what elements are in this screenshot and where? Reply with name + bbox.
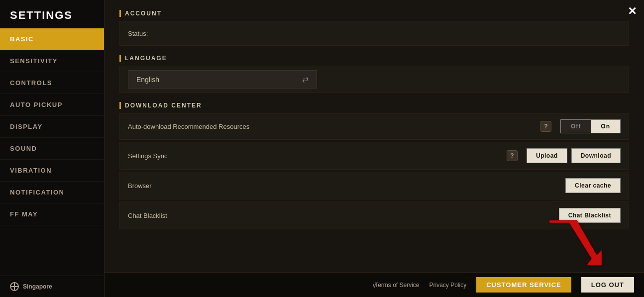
- auto-download-label: Auto-download Recommended Resources: [128, 123, 540, 130]
- terms-of-service-link[interactable]: Terms of Service: [375, 282, 419, 289]
- sidebar-footer: Singapore: [0, 276, 104, 297]
- language-section-title: LANGUAGE: [119, 55, 629, 62]
- chat-blacklist-controls: Chat Blacklist: [559, 208, 621, 223]
- sidebar-item-display[interactable]: DISPLAY: [0, 116, 104, 138]
- toggle-on-button[interactable]: On: [591, 120, 620, 133]
- sidebar-item-controls[interactable]: CONTROLS: [0, 72, 104, 94]
- sidebar-item-sound[interactable]: SOUND: [0, 138, 104, 160]
- close-button[interactable]: ✕: [628, 5, 637, 18]
- sidebar: SETTINGS BASIC SENSITIVITY CONTROLS AUTO…: [0, 0, 105, 297]
- download-center-section: DOWNLOAD CENTER Auto-download Recommende…: [119, 102, 629, 229]
- settings-sync-help-icon[interactable]: ?: [507, 150, 518, 161]
- section-title-bar: [119, 10, 121, 17]
- download-center-title: DOWNLOAD CENTER: [119, 102, 629, 109]
- sidebar-item-sensitivity[interactable]: SENSITIVITY: [0, 50, 104, 72]
- main-content: ACCOUNT Status: LANGUAGE English ⇄ DOWNL…: [105, 0, 644, 297]
- language-section: LANGUAGE English ⇄: [119, 55, 629, 93]
- clear-cache-button[interactable]: Clear cache: [565, 178, 621, 193]
- auto-download-help-icon[interactable]: ?: [540, 121, 551, 132]
- account-status-label: Status:: [128, 30, 621, 37]
- sidebar-region: Singapore: [23, 283, 52, 290]
- language-select[interactable]: English ⇄: [128, 70, 317, 89]
- section-title-bar-dl: [119, 102, 121, 109]
- settings-sync-controls: ? Upload Download: [507, 148, 621, 163]
- settings-title: SETTINGS: [0, 0, 104, 28]
- account-section-title: ACCOUNT: [119, 10, 629, 17]
- account-status-row: Status:: [119, 21, 629, 46]
- footer-chevron-icon: ∨: [372, 281, 377, 289]
- section-title-bar-lang: [119, 55, 121, 62]
- download-button[interactable]: Download: [571, 148, 621, 163]
- chat-blacklist-label: Chat Blacklist: [128, 212, 559, 219]
- language-row[interactable]: English ⇄: [119, 66, 629, 93]
- globe-icon: [10, 282, 19, 291]
- settings-sync-row: Settings Sync ? Upload Download: [119, 142, 629, 170]
- auto-download-row: Auto-download Recommended Resources ? Of…: [119, 113, 629, 140]
- chat-blacklist-button[interactable]: Chat Blacklist: [559, 208, 621, 223]
- account-section: ACCOUNT Status:: [119, 10, 629, 46]
- customer-service-button[interactable]: CUSTOMER SERVICE: [476, 277, 571, 293]
- settings-sync-label: Settings Sync: [128, 152, 507, 160]
- sidebar-item-notification[interactable]: NOTIFICATION: [0, 182, 104, 203]
- upload-button[interactable]: Upload: [527, 148, 567, 163]
- footer-bar: ∨ Terms of Service Privacy Policy CUSTOM…: [105, 272, 644, 297]
- browser-label: Browser: [128, 182, 565, 190]
- chat-blacklist-row: Chat Blacklist Chat Blacklist: [119, 201, 629, 229]
- auto-download-controls: ? Off On: [540, 119, 621, 133]
- logout-button[interactable]: LOG OUT: [581, 277, 634, 293]
- sidebar-item-basic[interactable]: BASIC: [0, 28, 104, 50]
- browser-row: Browser Clear cache: [119, 172, 629, 199]
- language-arrow-icon: ⇄: [302, 75, 309, 84]
- sidebar-item-vibration[interactable]: VIBRATION: [0, 160, 104, 182]
- sidebar-item-ff-may[interactable]: FF MAY: [0, 203, 104, 225]
- auto-download-toggle: Off On: [560, 119, 621, 133]
- browser-controls: Clear cache: [565, 178, 621, 193]
- privacy-policy-link[interactable]: Privacy Policy: [429, 282, 466, 289]
- language-value: English: [136, 76, 159, 84]
- sidebar-item-auto-pickup[interactable]: AUTO PICKUP: [0, 94, 104, 116]
- toggle-off-button[interactable]: Off: [561, 120, 591, 133]
